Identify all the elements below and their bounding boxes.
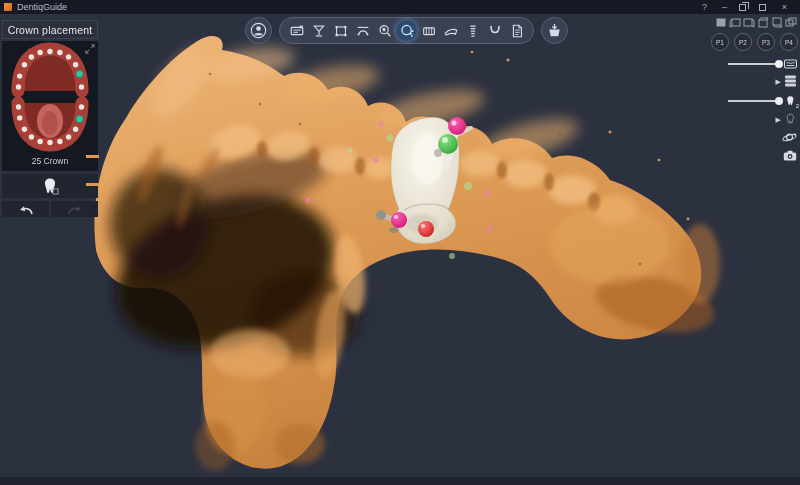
highlighted-tooth-25-lower[interactable] — [76, 115, 83, 122]
sphere-highlight — [442, 137, 448, 143]
view-controls-panel: P1 P2 P3 P4 ▶ — [713, 17, 797, 161]
restore-icon — [739, 4, 746, 11]
arch-align-step-button[interactable] — [352, 20, 373, 41]
orbit-row — [782, 131, 797, 144]
crown-placement-icon — [399, 23, 415, 39]
3d-viewport[interactable]: Crown placement — [0, 14, 800, 477]
help-button[interactable]: ? — [699, 2, 710, 12]
dental-arch-step-button[interactable] — [484, 20, 505, 41]
sleeve-icon — [421, 23, 437, 39]
model-edge-glimpse — [86, 183, 99, 186]
dental-chart — [5, 41, 95, 153]
app-logo-icon — [4, 3, 12, 11]
scan-opacity-slider[interactable] — [728, 63, 780, 65]
teeth-opacity-slider[interactable] — [728, 100, 780, 102]
red-handle-sphere[interactable] — [418, 221, 434, 237]
report-step-button[interactable] — [506, 20, 527, 41]
articulator-step-button[interactable] — [308, 20, 329, 41]
implant-screw-icon — [465, 23, 481, 39]
surgical-guide-icon — [443, 23, 459, 39]
tooth-search-icon — [377, 23, 393, 39]
view-front-button[interactable] — [715, 17, 727, 28]
preset-p1-button[interactable]: P1 — [711, 33, 729, 51]
highlighted-tooth-25-upper[interactable] — [76, 70, 83, 77]
tooth-search-step-button[interactable] — [374, 20, 395, 41]
sleeve-step-button[interactable] — [418, 20, 439, 41]
export-button[interactable] — [541, 17, 568, 44]
workflow-toolbar — [245, 17, 568, 44]
surgical-guide-step-button[interactable] — [440, 20, 461, 41]
scan-icon — [289, 23, 305, 39]
upper-arch — [16, 49, 84, 91]
tooth-outline-icon[interactable] — [784, 113, 797, 125]
slider-handle[interactable] — [775, 60, 783, 68]
arch-align-icon — [355, 23, 371, 39]
sphere-highlight — [452, 121, 457, 126]
maximize-icon — [759, 4, 766, 11]
green-handle-sphere[interactable] — [438, 134, 458, 154]
grey-handle — [389, 227, 399, 233]
teeth-opacity-row: 2 — [728, 95, 797, 107]
chevron-right-icon[interactable]: ▶ — [776, 116, 781, 123]
magenta-handle-sphere-bottom[interactable] — [391, 212, 407, 228]
teeth-icon: 2 — [784, 95, 797, 107]
camera-icon[interactable] — [783, 150, 797, 161]
chevron-right-icon[interactable]: ▶ — [776, 78, 781, 85]
grey-handle[interactable] — [376, 210, 386, 220]
view-bottom-button[interactable] — [771, 17, 783, 28]
tooth-icon — [40, 176, 60, 196]
preset-p3-button[interactable]: P3 — [757, 33, 775, 51]
jaw-model[interactable] — [94, 35, 720, 472]
maximize-button[interactable] — [759, 4, 770, 11]
crown-placement-step-button[interactable] — [396, 20, 417, 41]
model-transform-step-button[interactable] — [330, 20, 351, 41]
undo-arrow-icon — [18, 204, 34, 215]
status-bar — [0, 477, 800, 485]
report-icon — [509, 23, 525, 39]
dental-arch-icon — [487, 23, 503, 39]
lower-arch — [16, 103, 84, 145]
implant-screw-step-button[interactable] — [462, 20, 483, 41]
dentiqguide-window: DentiqGuide ? – × — [0, 0, 800, 485]
grey-handle[interactable] — [411, 221, 417, 227]
selected-tooth-label: 25 Crown — [32, 153, 68, 169]
tooth-crown-button[interactable] — [2, 174, 98, 198]
panel-title: Crown placement — [2, 20, 98, 39]
workflow-steps — [279, 17, 534, 44]
patient-button[interactable] — [245, 17, 272, 44]
app-title: DentiqGuide — [17, 2, 67, 12]
preset-p2-button[interactable]: P2 — [734, 33, 752, 51]
minimize-button[interactable]: – — [719, 2, 730, 12]
magenta-handle-sphere-top[interactable] — [448, 117, 466, 135]
expand-icon[interactable] — [85, 44, 95, 54]
articulator-icon — [311, 23, 327, 39]
scan-model-icon — [784, 59, 797, 69]
slider-handle[interactable] — [775, 97, 783, 105]
titlebar: DentiqGuide ? – × — [0, 0, 800, 14]
scan-opacity-row — [728, 59, 797, 69]
scan-step-button[interactable] — [286, 20, 307, 41]
view-right-button[interactable] — [743, 17, 755, 28]
restore-button[interactable] — [739, 4, 750, 11]
redo-button[interactable] — [51, 201, 98, 217]
view-orientation-buttons — [715, 17, 797, 28]
odontogram[interactable]: 25 Crown — [2, 41, 98, 171]
view-top-button[interactable] — [757, 17, 769, 28]
close-button[interactable]: × — [779, 2, 790, 12]
preset-buttons: P1 P2 P3 P4 — [711, 33, 798, 51]
sphere-highlight — [421, 224, 425, 228]
view-left-button[interactable] — [729, 17, 741, 28]
view-iso-button[interactable] — [785, 17, 797, 28]
undo-button[interactable] — [2, 201, 49, 217]
crown-placement-panel: Crown placement — [2, 20, 98, 217]
preset-p4-button[interactable]: P4 — [780, 33, 798, 51]
redo-arrow-icon — [67, 204, 83, 215]
patient-icon — [250, 22, 267, 39]
slices-icon[interactable] — [784, 75, 797, 87]
model-edge-glimpse — [86, 155, 99, 158]
teeth-count-badge: 2 — [796, 103, 799, 109]
orbit-icon[interactable] — [782, 131, 797, 144]
3d-scene[interactable] — [0, 14, 800, 477]
slices-row: ▶ — [776, 75, 797, 87]
tooth-outline-row: ▶ — [776, 113, 797, 125]
